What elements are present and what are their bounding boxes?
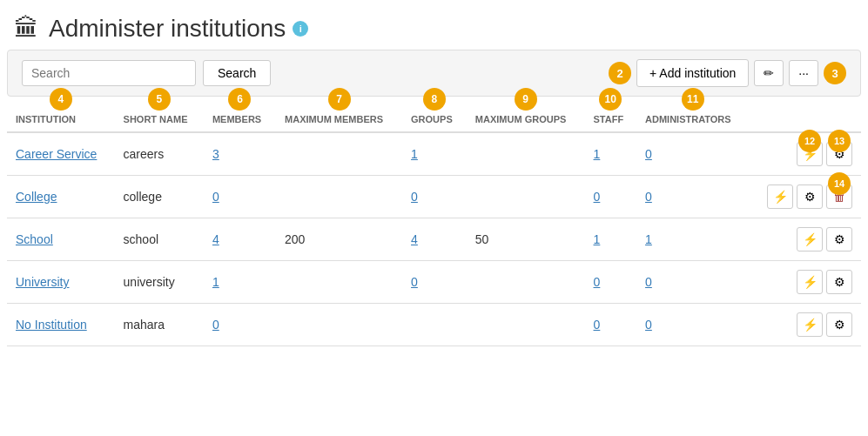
max-members-cell <box>276 261 402 304</box>
institution-icon: 🏛 <box>14 14 38 43</box>
badge-11: 11 <box>682 88 704 111</box>
administrators-link[interactable]: 0 <box>645 147 652 161</box>
settings-button[interactable]: ⚙ <box>826 312 852 337</box>
institution-link[interactable]: University <box>16 275 69 289</box>
institution-link[interactable]: Career Service <box>16 147 97 161</box>
max-groups-cell <box>467 261 585 304</box>
groups-link[interactable]: 0 <box>411 275 418 289</box>
badge-3: 3 <box>824 62 846 84</box>
col-short-name: 5 SHORT NAME <box>115 97 204 132</box>
info-icon[interactable]: i <box>293 21 308 37</box>
row-actions: ⚡⚙ <box>757 227 852 252</box>
table-row: Collegecollege0000⚡⚙14🗑 <box>7 176 861 218</box>
short-name-cell: mahara <box>115 304 204 346</box>
max-groups-cell <box>467 176 585 218</box>
settings-button[interactable]: ⚙ <box>797 184 823 209</box>
groups-link[interactable]: 0 <box>411 190 418 204</box>
staff-link[interactable]: 1 <box>594 232 601 246</box>
institution-link[interactable]: School <box>16 232 53 246</box>
badge-2: 2 <box>609 62 631 84</box>
short-name-cell: school <box>115 218 204 261</box>
staff-link[interactable]: 0 <box>594 275 601 289</box>
badge-6: 6 <box>228 88 251 111</box>
col-administrators: 11 ADMINISTRATORS <box>636 97 749 132</box>
short-name-cell: university <box>115 261 204 304</box>
administrators-link[interactable]: 0 <box>645 318 652 332</box>
administrators-link[interactable]: 0 <box>645 275 652 289</box>
institutions-table: 4 INSTITUTION 5 SHORT NAME 6 MEMBERS 7 M… <box>7 97 861 346</box>
members-link[interactable]: 4 <box>212 232 219 246</box>
short-name-cell: careers <box>115 132 204 176</box>
settings-button[interactable]: ⚙ <box>826 270 852 294</box>
table-row: No Institutionmahara000⚡⚙ <box>7 304 861 346</box>
row-actions: ⚡⚙14🗑 <box>757 184 852 209</box>
badge-10: 10 <box>599 88 622 111</box>
plug-button[interactable]: ⚡ <box>797 270 823 294</box>
plug-button[interactable]: ⚡ <box>797 227 823 252</box>
col-max-groups: 9 MAXIMUM GROUPS <box>467 97 585 132</box>
search-button[interactable]: Search <box>203 60 271 86</box>
members-link[interactable]: 3 <box>212 147 219 161</box>
table-row: Universityuniversity1000⚡⚙ <box>7 261 861 304</box>
badge-7: 7 <box>328 88 351 111</box>
staff-link[interactable]: 0 <box>594 318 601 332</box>
edit-button[interactable]: ✏ <box>754 60 784 86</box>
badge-4: 4 <box>50 88 72 111</box>
institution-link[interactable]: No Institution <box>16 318 87 332</box>
col-institution: 4 INSTITUTION <box>7 97 115 132</box>
settings-button[interactable]: ⚙ <box>826 227 852 252</box>
institutions-table-wrap: 4 INSTITUTION 5 SHORT NAME 6 MEMBERS 7 M… <box>7 97 861 346</box>
max-groups-cell <box>467 132 585 176</box>
max-members-cell <box>276 132 402 176</box>
row-actions: ⚡⚙ <box>757 270 852 294</box>
row-actions: ⚡⚙ <box>757 312 852 337</box>
page-title: Administer institutions <box>49 15 286 43</box>
short-name-cell: college <box>115 176 204 218</box>
administrators-link[interactable]: 1 <box>645 232 652 246</box>
col-actions <box>749 97 861 132</box>
toolbar-right: 2 + Add institution ✏ ··· 3 <box>609 59 846 87</box>
max-members-cell: 200 <box>276 218 402 261</box>
plug-button[interactable]: ⚡ <box>797 312 823 337</box>
max-groups-cell <box>467 304 585 346</box>
badge-5: 5 <box>148 88 171 111</box>
add-institution-button[interactable]: + Add institution <box>636 59 749 87</box>
max-members-cell <box>276 304 402 346</box>
col-staff: 10 STAFF <box>585 97 637 132</box>
max-groups-cell: 50 <box>467 218 585 261</box>
search-input[interactable] <box>22 60 196 86</box>
badge-9: 9 <box>515 88 537 111</box>
table-row: Schoolschool420045011⚡⚙ <box>7 218 861 261</box>
members-link[interactable]: 1 <box>212 275 219 289</box>
col-max-members: 7 MAXIMUM MEMBERS <box>276 97 402 132</box>
row-actions: 12⚡13⚙ <box>757 142 852 166</box>
more-button[interactable]: ··· <box>789 60 818 86</box>
groups-link[interactable]: 1 <box>411 147 418 161</box>
members-link[interactable]: 0 <box>212 190 219 204</box>
badge-8: 8 <box>423 88 446 111</box>
col-groups: 8 GROUPS <box>402 97 467 132</box>
members-link[interactable]: 0 <box>212 318 219 332</box>
administrators-link[interactable]: 0 <box>645 190 652 204</box>
staff-link[interactable]: 0 <box>594 190 601 204</box>
table-row: Career Servicecareers311012⚡13⚙ <box>7 132 861 176</box>
institution-link[interactable]: College <box>16 190 57 204</box>
groups-link[interactable]: 4 <box>411 232 418 246</box>
max-members-cell <box>276 176 402 218</box>
page-header: 🏛 Administer institutions i <box>0 0 868 50</box>
col-members: 6 MEMBERS <box>204 97 276 132</box>
staff-link[interactable]: 1 <box>594 147 601 161</box>
plug-button[interactable]: ⚡ <box>767 184 793 209</box>
